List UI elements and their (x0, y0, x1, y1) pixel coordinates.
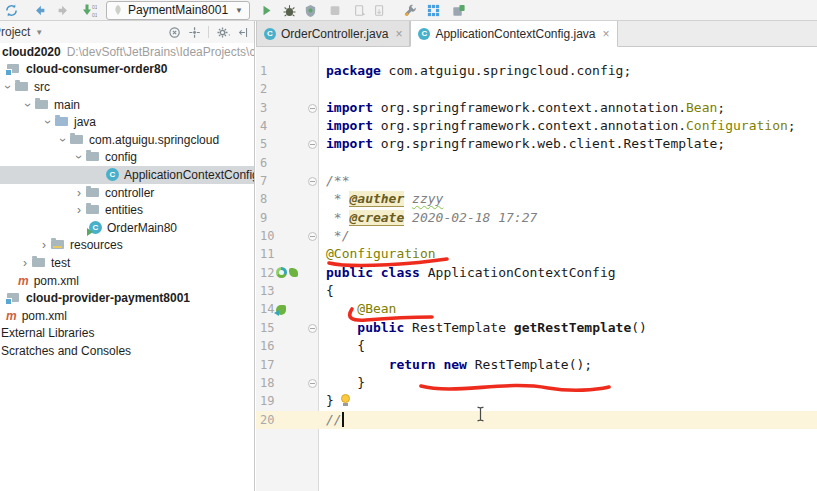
line-number: 16 (256, 337, 276, 355)
tab-ordercontroller-java[interactable]: C OrderController.java × (256, 21, 410, 46)
tree-item-external-libraries[interactable]: External Libraries (0, 325, 254, 343)
code-line[interactable]: 5 import org.springframework.web.client.… (256, 135, 817, 153)
settings-gear-icon[interactable] (215, 25, 232, 40)
line-number: 4 (256, 117, 276, 135)
close-icon[interactable]: × (603, 28, 610, 40)
code-line[interactable]: 19 } (256, 392, 817, 410)
fold-marker-icon[interactable] (308, 177, 317, 186)
folder-icon (86, 205, 99, 214)
run-configuration-selector[interactable]: PaymentMain8001 ▼ (106, 1, 250, 20)
spring-leaf-gutter-icon[interactable] (289, 268, 298, 277)
tab-applicationcontextconfig-java[interactable]: C ApplicationContextConfig.java × (410, 21, 617, 47)
tree-item-pom-xml[interactable]: mpom.xml (0, 307, 254, 325)
tree-item-com-atguigu-springcloud[interactable]: ›com.atguigu.springcloud (0, 131, 254, 149)
fold-marker-icon[interactable] (308, 140, 317, 149)
code-line[interactable]: 13 { (256, 282, 817, 300)
tree-item-cloud-consumer-order80[interactable]: cloud-consumer-order80 (0, 61, 254, 79)
sync-icon[interactable] (4, 1, 19, 19)
svg-text:01: 01 (92, 4, 97, 10)
code-line[interactable]: 1 package com.atguigu.springcloud.config… (256, 62, 817, 80)
code-line[interactable]: 20 // (256, 411, 817, 429)
device-grid-icon[interactable] (426, 1, 441, 19)
chevron-expanded-icon[interactable]: › (58, 135, 68, 145)
source-folder-icon (55, 117, 68, 126)
fold-marker-icon[interactable] (308, 232, 317, 241)
line-number: 1 (256, 62, 276, 80)
module-icon (7, 64, 19, 73)
line-number: 9 (256, 209, 276, 227)
chevron-expanded-icon[interactable]: › (74, 152, 84, 162)
tree-item-test[interactable]: ›test (0, 254, 254, 272)
tree-item-applicationcontextconfig[interactable]: CApplicationContextConfig (0, 166, 254, 184)
code-line[interactable]: 17 return new RestTemplate(); (256, 356, 817, 374)
code-line[interactable]: 14 @Bean (256, 300, 817, 318)
code-line[interactable]: 6 (256, 154, 817, 172)
attach-profiler-icon[interactable] (373, 1, 387, 19)
svg-text:01: 01 (92, 12, 97, 18)
code-line[interactable]: 12 public class ApplicationContextConfig (256, 264, 817, 282)
stop-icon[interactable] (328, 1, 342, 19)
hide-panel-icon[interactable] (238, 25, 251, 40)
maven-file-icon: m (6, 309, 17, 323)
code-line[interactable]: 9 * @create 2020-02-18 17:27 (256, 209, 817, 227)
sdk-manager-wrench-icon[interactable] (403, 1, 418, 19)
fold-marker-icon[interactable] (308, 324, 317, 333)
chevron-collapsed-icon[interactable]: › (74, 205, 84, 215)
close-icon[interactable]: × (395, 28, 402, 40)
tree-item-ordermain80[interactable]: COrderMain80 (0, 219, 254, 237)
line-number: 17 (256, 356, 276, 374)
tree-item-scratches-and-consoles[interactable]: Scratches and Consoles (0, 342, 254, 360)
fold-marker-icon[interactable] (308, 379, 317, 388)
tree-item-config[interactable]: ›config (0, 149, 254, 167)
spring-bean-gutter-icon[interactable] (276, 305, 286, 315)
fold-marker-icon[interactable] (308, 104, 317, 113)
code-editor[interactable]: 1 package com.atguigu.springcloud.config… (256, 47, 817, 491)
intention-bulb-icon[interactable] (340, 394, 351, 408)
line-number: 18 (256, 374, 276, 392)
chevron-collapsed-icon[interactable]: › (20, 258, 30, 268)
debug-icon[interactable] (282, 1, 297, 19)
back-arrow-icon[interactable] (33, 1, 47, 19)
project-panel: Project ▼ cloud2020D:\devSoft\JetBrains\… (0, 21, 255, 491)
chevron-collapsed-icon[interactable]: › (39, 240, 49, 250)
editor-tab-bar: C OrderController.java × C ApplicationCo… (256, 21, 817, 47)
chevron-expanded-icon[interactable]: › (23, 100, 33, 110)
chevron-expanded-icon[interactable]: › (3, 82, 13, 92)
coverage-icon[interactable] (303, 1, 318, 19)
folder-icon (86, 152, 99, 161)
device-manager-icon[interactable] (451, 1, 466, 19)
code-line[interactable]: 10 */ (256, 227, 817, 245)
forward-arrow-icon[interactable] (56, 1, 70, 19)
tree-item-pom-xml[interactable]: mpom.xml (0, 272, 254, 290)
spring-class-gutter-icon[interactable] (276, 267, 287, 278)
profiler-icon[interactable] (353, 1, 367, 19)
tree-item-resources[interactable]: ›resources (0, 237, 254, 255)
module-icon (7, 293, 19, 302)
tree-item-java[interactable]: ›java (0, 113, 254, 131)
line-number: 14 (256, 300, 276, 318)
code-line[interactable]: 11 @Configuration (256, 245, 817, 263)
code-line[interactable]: 15 public RestTemplate getRestTemplate() (256, 319, 817, 337)
scroll-to-source-icon[interactable] (188, 25, 202, 40)
code-line[interactable]: 7 /** (256, 172, 817, 190)
locate-file-icon[interactable] (168, 25, 182, 40)
code-line[interactable]: 8 * @auther zzyy (256, 190, 817, 208)
chevron-expanded-icon[interactable]: › (43, 117, 53, 127)
tree-item-cloud-provider-payment8001[interactable]: cloud-provider-payment8001 (0, 289, 254, 307)
code-line[interactable]: 2 (256, 80, 817, 98)
project-panel-title[interactable]: Project (0, 25, 30, 39)
code-line[interactable]: 3 import org.springframework.context.ann… (256, 99, 817, 117)
code-line[interactable]: 18 } (256, 374, 817, 392)
update-project-icon[interactable]: 0101 (81, 1, 97, 19)
tree-item-main[interactable]: ›main (0, 96, 254, 114)
code-line[interactable]: 4 import org.springframework.context.ann… (256, 117, 817, 135)
project-panel-header: Project ▼ (0, 21, 254, 43)
code-line[interactable]: 16 { (256, 337, 817, 355)
tree-item-entities[interactable]: ›entities (0, 201, 254, 219)
chevron-collapsed-icon[interactable]: › (74, 188, 84, 198)
tree-item-src[interactable]: ›src (0, 78, 254, 96)
line-number: 10 (256, 227, 276, 245)
tree-item-controller[interactable]: ›controller (0, 184, 254, 202)
tree-item-cloud2020[interactable]: cloud2020D:\devSoft\JetBrains\IdeaProjec… (0, 43, 254, 61)
run-icon[interactable] (260, 1, 274, 19)
